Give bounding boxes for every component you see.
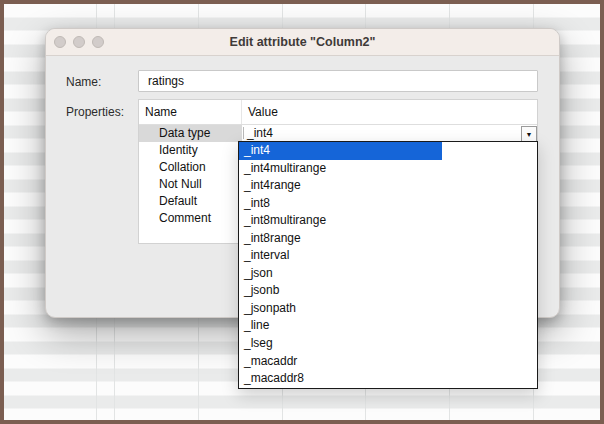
dropdown-item[interactable]: _int4range <box>239 177 537 195</box>
name-input[interactable] <box>138 70 538 92</box>
dropdown-item[interactable]: _jsonb <box>239 282 537 300</box>
property-row-not-null[interactable]: Not Null <box>139 176 242 193</box>
property-row-comment[interactable]: Comment <box>139 210 242 227</box>
dropdown-item[interactable]: _line <box>239 317 537 335</box>
dropdown-item[interactable]: _macaddr8 <box>239 370 537 388</box>
dropdown-item[interactable]: _int8 <box>239 195 537 213</box>
dialog-titlebar[interactable]: Edit attribute "Column2" <box>46 29 559 56</box>
column-header-value: Value <box>248 100 278 124</box>
data-type-dropdown-list: _int4 _int4multirange _int4range _int8 _… <box>238 141 538 389</box>
chevron-down-icon: ▼ <box>526 131 533 138</box>
dropdown-item[interactable]: _int4multirange <box>239 160 537 178</box>
data-type-combo-value[interactable]: _int4 <box>247 125 273 142</box>
property-row-default[interactable]: Default <box>139 193 242 210</box>
column-header-name: Name <box>145 100 177 124</box>
dropdown-item[interactable]: _int4 <box>239 142 537 160</box>
property-row-collation[interactable]: Collation <box>139 159 242 176</box>
name-label: Name: <box>66 75 101 89</box>
dropdown-item[interactable]: _macaddr <box>239 353 537 371</box>
dropdown-item[interactable]: _int8multirange <box>239 212 537 230</box>
dialog-title: Edit attribute "Column2" <box>46 29 559 55</box>
text-caret <box>243 127 244 139</box>
screenshot-frame: Edit attribute "Column2" Name: Propertie… <box>0 0 604 424</box>
property-row-data-type[interactable]: Data type <box>139 125 242 142</box>
dropdown-item[interactable]: _interval <box>239 247 537 265</box>
dropdown-item[interactable]: _lseg <box>239 335 537 353</box>
dropdown-item[interactable]: _json <box>239 265 537 283</box>
properties-table-header: Name Value <box>139 100 537 125</box>
dropdown-item[interactable]: _jsonpath <box>239 300 537 318</box>
dropdown-item[interactable]: _int8range <box>239 230 537 248</box>
desktop-background: Edit attribute "Column2" Name: Propertie… <box>4 4 600 420</box>
data-type-combo-button[interactable]: ▼ <box>521 126 537 142</box>
property-row-identity[interactable]: Identity <box>139 142 242 159</box>
properties-label: Properties: <box>66 105 124 119</box>
